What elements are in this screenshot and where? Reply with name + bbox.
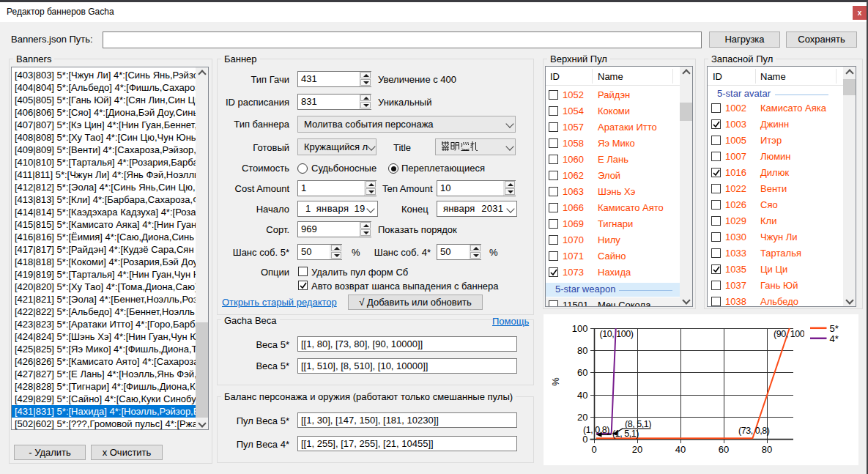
svg-text:80: 80 (762, 444, 772, 455)
svg-text:(10, 100): (10, 100) (600, 329, 634, 339)
svg-text:4*: 4* (830, 333, 839, 344)
svg-text:40: 40 (675, 444, 686, 455)
svg-text:(73, 0,8): (73, 0,8) (738, 426, 770, 436)
svg-text:80: 80 (577, 345, 587, 356)
svg-text:(90, 100): (90, 100) (774, 329, 807, 339)
svg-text:40: 40 (577, 390, 587, 401)
svg-text:100: 100 (572, 323, 588, 334)
svg-text:5*: 5* (830, 323, 839, 334)
svg-text:(1, 0,8): (1, 0,8) (583, 425, 609, 435)
svg-text:60: 60 (719, 444, 729, 455)
svg-text:20: 20 (632, 444, 642, 455)
svg-text:60: 60 (577, 367, 587, 378)
svg-text:0: 0 (591, 444, 596, 455)
svg-text:20: 20 (577, 412, 587, 423)
svg-text:%: % (550, 377, 561, 386)
